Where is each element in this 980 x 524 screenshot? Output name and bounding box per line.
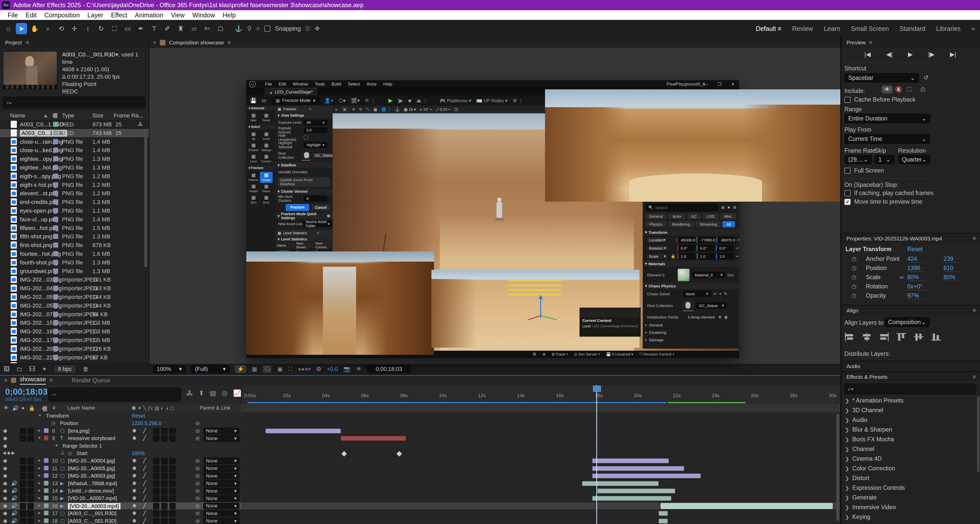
revision-control-menu[interactable]: ⛉ Revision Control ▾ bbox=[640, 352, 675, 357]
pickwhip-icon[interactable]: ◎ bbox=[196, 480, 200, 486]
video-eye-icon[interactable]: ◉ bbox=[3, 510, 7, 516]
switch-box-0[interactable] bbox=[153, 465, 159, 472]
parent-link-select[interactable]: None▾ bbox=[203, 510, 239, 517]
rest-collection-select[interactable]: GC_Statue▾ bbox=[312, 152, 332, 158]
file-label-chip[interactable] bbox=[53, 165, 58, 170]
file-label-chip[interactable] bbox=[53, 156, 58, 161]
frame-rate-select[interactable]: (29....⌄ bbox=[845, 155, 872, 164]
layer-name[interactable]: [VID-20...A0007.mp4] bbox=[68, 495, 117, 501]
ue-menu-edit[interactable]: Edit bbox=[278, 82, 286, 87]
file-name[interactable]: fourth-shot.png bbox=[20, 259, 58, 266]
file-name[interactable]: eyes-open.png bbox=[20, 208, 57, 214]
rest-collection-thumb[interactable] bbox=[302, 150, 311, 160]
ue-play-icon[interactable]: ▶ bbox=[388, 97, 393, 104]
ue-menu-window[interactable]: Window bbox=[293, 82, 308, 87]
effects-category-boris-fx-mocha[interactable]: ❯Boris FX Mocha bbox=[842, 435, 980, 445]
anchor-switch-icon[interactable]: ⚉ bbox=[132, 503, 136, 509]
video-eye-icon[interactable]: ◉ bbox=[3, 518, 7, 524]
new-composition-icon[interactable]: 🎞 bbox=[29, 365, 35, 373]
layer-color-chip[interactable] bbox=[44, 518, 48, 523]
column-type[interactable]: Type bbox=[62, 112, 74, 119]
ue-sequencer-icon[interactable]: ≝ ⋮ bbox=[365, 97, 375, 104]
timeline-property-row[interactable]: ◉▾Range Selector 1 bbox=[0, 442, 241, 450]
dolly-camera-tool-icon[interactable]: ↕ bbox=[82, 23, 94, 34]
current-timecode[interactable]: 0;00;18;03 bbox=[5, 387, 48, 397]
stopwatch-icon[interactable]: ◷ bbox=[851, 283, 856, 290]
quality-switch-icon[interactable]: ╱ bbox=[143, 487, 146, 494]
twirl-icon[interactable]: ▾ bbox=[38, 435, 41, 441]
rotation-z[interactable]: 0.0° bbox=[716, 245, 734, 251]
details-tab-rendering[interactable]: Rendering bbox=[668, 221, 694, 227]
snapshot-icon[interactable]: 📷 bbox=[344, 366, 350, 372]
effects-search-input[interactable]: ⌕▾ bbox=[844, 384, 976, 394]
project-file-row[interactable]: eightee...opy.pngPNG file1.3 MB bbox=[0, 155, 149, 164]
menu-layer[interactable]: Layer bbox=[87, 11, 103, 19]
details-grid-icon[interactable]: ⊞ bbox=[721, 205, 725, 210]
stats-col[interactable]: Num Bones bbox=[294, 241, 313, 249]
switch-box-2[interactable] bbox=[170, 510, 176, 517]
pickwhip-icon[interactable]: ◎ bbox=[196, 457, 200, 464]
menu-window[interactable]: Window bbox=[192, 11, 215, 19]
if-caching-checkbox[interactable] bbox=[845, 190, 851, 196]
details-group-clustering[interactable]: ▸Clustering bbox=[643, 329, 739, 336]
ue-menu-file[interactable]: File bbox=[265, 82, 272, 87]
solo-box[interactable] bbox=[20, 458, 26, 464]
pickwhip-icon[interactable]: ◎ bbox=[196, 518, 200, 524]
timeline-tab-showcase[interactable]: showcase bbox=[20, 376, 46, 385]
timeline-layer-row[interactable]: ◉🔊▸18▢[A003_C..._001.R3D]⚉╱◎None▾ bbox=[0, 518, 241, 524]
location-x[interactable]: -65330.0 bbox=[677, 237, 695, 243]
switch-box-2[interactable] bbox=[170, 503, 176, 509]
property-value[interactable]: 80% bbox=[907, 274, 925, 281]
full-screen-checkbox[interactable] bbox=[845, 168, 851, 174]
property-value[interactable]: 97% bbox=[907, 292, 925, 299]
timeline-property-row[interactable]: ◷Position1220.5,296.0◎ bbox=[0, 419, 241, 427]
ue-menu-help[interactable]: Help bbox=[383, 82, 392, 87]
layer-name[interactable]: [VID-20...A0003.mp4] bbox=[68, 503, 121, 510]
quality-switch-icon[interactable]: ╱ bbox=[143, 518, 146, 524]
property-label[interactable]: Start bbox=[76, 451, 87, 456]
timeline-lane[interactable] bbox=[241, 442, 840, 450]
solver-pick-icon[interactable]: ⌖ bbox=[719, 292, 721, 296]
palette-tool-new[interactable]: ▦New bbox=[247, 112, 260, 123]
include-audio-muted-icon[interactable]: 🔇 bbox=[895, 86, 902, 93]
gizmo-y-axis[interactable] bbox=[528, 315, 541, 320]
align-pin-icon-0[interactable]: ⚓ bbox=[235, 25, 242, 32]
effects-panel-menu-icon[interactable]: ≡ bbox=[973, 374, 976, 380]
ue-mode-select[interactable]: ▦Fracture Mode▾ bbox=[272, 97, 319, 105]
switch-box-1[interactable] bbox=[161, 465, 167, 472]
twirl-icon[interactable]: ▾ bbox=[56, 443, 58, 448]
comp-tab-label[interactable]: Composition showcase bbox=[169, 40, 224, 46]
ue-browse-icon[interactable]: 🗁 bbox=[262, 98, 267, 104]
timeline-layer-row[interactable]: ◉🔊▸16▶[VID-20...A0003.mp4]⚉╱◎None▾ bbox=[0, 502, 241, 510]
switch-box-0[interactable] bbox=[153, 510, 159, 517]
region-of-interest-icon[interactable]: ⛶ bbox=[288, 366, 292, 372]
project-file-row[interactable]: fourth-shot.pngPNG file1.3 MB bbox=[0, 258, 149, 267]
roto-brush-tool-icon[interactable]: ✄ bbox=[202, 23, 213, 34]
layer-color-chip[interactable] bbox=[44, 511, 48, 515]
switch-box-2[interactable] bbox=[170, 518, 176, 524]
video-eye-icon[interactable]: ◉ bbox=[3, 465, 7, 471]
label-column-icon[interactable] bbox=[42, 406, 47, 411]
fracture-tab-label[interactable]: Fracture bbox=[283, 107, 296, 111]
file-label-chip[interactable] bbox=[53, 320, 58, 325]
property-value[interactable]: 100% bbox=[132, 451, 145, 456]
anchor-switch-icon[interactable]: ⚉ bbox=[132, 481, 136, 486]
anchor-switch-icon[interactable]: ⚉ bbox=[132, 495, 136, 501]
details-tab-streaming[interactable]: Streaming bbox=[695, 221, 721, 227]
quality-switch-icon[interactable]: ╱ bbox=[143, 495, 146, 501]
timeline-lane[interactable] bbox=[241, 472, 840, 480]
project-file-row[interactable]: fifteen...hot.pngPNG file1.5 MB bbox=[0, 224, 149, 232]
rectangle-tool-icon[interactable]: ▭ bbox=[122, 23, 133, 34]
anchor-switch-icon[interactable]: ⚉ bbox=[132, 518, 136, 524]
solo-box[interactable] bbox=[20, 435, 26, 441]
ue-stop-icon[interactable]: ■ bbox=[408, 98, 411, 104]
file-name[interactable]: end-credits.png bbox=[20, 199, 59, 205]
init-add-icon[interactable]: ⊕ bbox=[718, 315, 722, 319]
details-tab-general[interactable]: General bbox=[645, 213, 667, 219]
move-time-checkbox[interactable]: ✓ bbox=[845, 199, 851, 205]
file-label-chip[interactable] bbox=[53, 277, 58, 282]
project-file-row[interactable]: A003_C0...1.R3DRED973 MB25🖧 bbox=[0, 120, 149, 129]
video-eye-icon[interactable]: ◉ bbox=[3, 480, 7, 486]
lock-box[interactable] bbox=[27, 473, 34, 479]
project-file-row[interactable]: IMG-202...15.jpgImporterJPEG1.3 MB bbox=[0, 319, 149, 327]
